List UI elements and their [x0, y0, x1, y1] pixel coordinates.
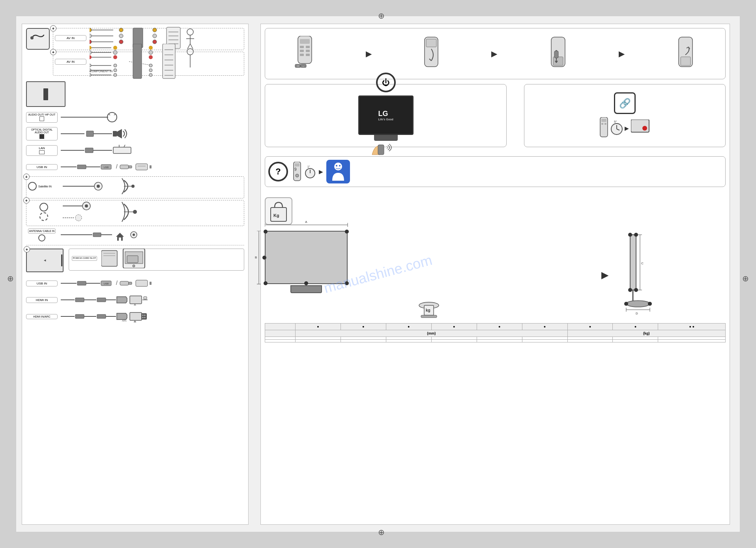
- svg-rect-131: [144, 297, 147, 299]
- hdmi-arc-row: HDMI IN/ARC ARC: [26, 309, 244, 324]
- svg-rect-66: [113, 131, 117, 137]
- svg-point-29: [90, 55, 92, 59]
- table-row-1: [265, 337, 726, 340]
- satellite-circle-icon: [28, 182, 37, 191]
- table-cell-h-2: [613, 340, 658, 342]
- svg-rect-166: [556, 50, 557, 51]
- table-cell-c-1: [386, 337, 431, 340]
- svg-point-27: [90, 46, 92, 50]
- svg-point-6: [90, 40, 92, 44]
- svg-rect-183: [631, 120, 649, 132]
- plus-badge-3: +: [23, 174, 30, 180]
- svg-point-42: [114, 73, 117, 77]
- svg-point-192: [334, 163, 342, 170]
- svg-point-94: [75, 215, 82, 221]
- svg-point-216: [624, 302, 628, 306]
- hdmi-arc-diagram: ARC: [61, 310, 244, 322]
- svg-point-46: [149, 55, 153, 59]
- table-cell-b-2: [341, 340, 386, 342]
- svg-point-7: [119, 28, 123, 32]
- svg-text:USB: USB: [104, 166, 109, 168]
- link-steps: 5" ▶: [599, 117, 651, 139]
- pcmcia-row: PCMCIA CARD SLOT: [71, 251, 242, 266]
- pcmcia-group: PCMCIA CARD SLOT: [69, 249, 244, 271]
- svg-rect-153: [306, 50, 310, 52]
- usb-in-row-top: USB IN USB /: [26, 160, 244, 174]
- svg-rect-119: [129, 282, 132, 284]
- svg-rect-69: [85, 148, 93, 153]
- arrow-2: ▶: [491, 49, 497, 58]
- svg-point-215: [634, 288, 638, 292]
- svg-rect-134: [75, 314, 84, 318]
- pcmcia-label-area: PCMCIA CARD SLOT: [71, 256, 98, 260]
- plus-badge-2: +: [50, 49, 56, 55]
- svg-rect-75: [77, 165, 86, 169]
- svg-rect-177: [604, 123, 606, 125]
- table-cell-g-1: [567, 337, 613, 340]
- table-cell-f-1: [522, 337, 567, 340]
- table-cell-f-2: [522, 340, 567, 342]
- svg-rect-145: [142, 317, 144, 318]
- svg-point-30: [113, 46, 117, 50]
- svg-text:B: B: [255, 256, 257, 259]
- lg-logo: LG Life's Good: [378, 110, 393, 121]
- svg-rect-43: [133, 44, 142, 79]
- ci-slot-group: +: [26, 200, 244, 226]
- table-header-model: [265, 324, 296, 330]
- svg-rect-165: [554, 51, 558, 58]
- table-cell-ij-2: [658, 340, 726, 342]
- table-cell-a-1: [295, 337, 341, 340]
- svg-point-60: [107, 112, 117, 122]
- cross-left: ⊕: [7, 274, 14, 283]
- svg-text:D: D: [636, 312, 638, 315]
- table-cell-d-1: [431, 337, 477, 340]
- table-cell-e-2: [477, 340, 522, 342]
- cable-icon: [26, 28, 50, 50]
- svg-marker-138: [117, 313, 127, 320]
- tv-red-dot: [631, 120, 651, 137]
- table-cell-e-1: [477, 337, 522, 340]
- remote-tv-interaction: [370, 143, 402, 159]
- svg-point-31: [113, 50, 117, 54]
- svg-point-193: [336, 165, 337, 166]
- svg-rect-152: [300, 50, 304, 52]
- help-row: ? 9 1" ▶: [265, 152, 726, 191]
- table-cell-model-2: [265, 340, 296, 342]
- svg-point-89: [131, 185, 135, 188]
- satellite-row: Satellite IN: [28, 179, 242, 193]
- svg-rect-81: [129, 166, 132, 168]
- middle-row: ⏻ LG Life's Good: [265, 84, 726, 147]
- svg-point-12: [153, 34, 157, 38]
- svg-point-211: [626, 301, 650, 307]
- tv-power-section: ⏻ LG Life's Good: [265, 84, 507, 147]
- cross-top: ⊕: [378, 11, 385, 21]
- question-icon: ?: [268, 162, 288, 181]
- svg-marker-100: [116, 233, 124, 237]
- ci-circle-icon: [39, 203, 48, 211]
- antenna-row: ANTENNA/ CABLE IN: [26, 228, 244, 242]
- svg-rect-155: [306, 54, 310, 56]
- dimension-table-container: ● ● ● ● ● ● ● ● ● ● (mm) (kg): [265, 323, 726, 342]
- help-person-icon: [326, 160, 350, 183]
- svg-text:/: /: [116, 163, 118, 170]
- av-in-diagram-2: [90, 56, 242, 67]
- lan-label: LAN: [26, 145, 58, 156]
- right-panel: + - ▶ ▶: [260, 24, 730, 525]
- dim-dot-br: [345, 281, 349, 285]
- svg-rect-164: [553, 57, 563, 65]
- section-divider: [26, 245, 244, 245]
- svg-point-92: [85, 204, 88, 208]
- svg-rect-105: [101, 251, 117, 266]
- help-arrow: ▶: [319, 168, 323, 175]
- svg-text:ARC: ARC: [122, 320, 127, 322]
- table-cell-a-2: [295, 340, 341, 342]
- svg-rect-170: [681, 57, 691, 65]
- usb-in-diagram-bottom: USB /: [61, 277, 244, 289]
- tv-icon-small: [26, 81, 65, 107]
- hdmi-in-label: HDMI IN: [26, 297, 58, 303]
- satellite-text: Satellite IN: [38, 185, 52, 188]
- link-icon: 🔗: [614, 92, 636, 114]
- svg-rect-144: [142, 314, 144, 316]
- remote-step-1: + -: [294, 36, 316, 71]
- tv-icon-lower: + ◀: [26, 249, 65, 272]
